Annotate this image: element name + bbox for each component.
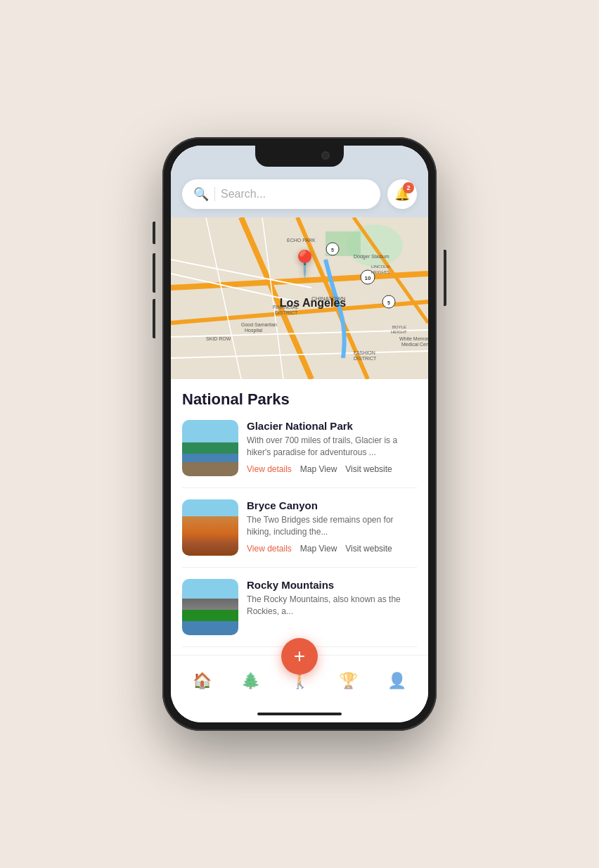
svg-text:5: 5 — [387, 300, 390, 305]
volume-down-button — [153, 299, 155, 338]
app-screen: 🔍 Search... 🔔 2 — [171, 146, 428, 722]
map-pin: 📍 — [289, 249, 321, 279]
section-title: National Parks — [182, 390, 417, 409]
search-bar[interactable]: 🔍 Search... — [182, 179, 380, 209]
svg-text:10: 10 — [365, 275, 371, 281]
park-desc-bryce: The Two Bridges side remains open for hi… — [247, 514, 417, 538]
svg-text:DISTRICT: DISTRICT — [354, 356, 377, 361]
search-divider — [214, 187, 215, 201]
svg-text:White Memorial: White Memorial — [399, 336, 428, 341]
notification-button[interactable]: 🔔 2 — [387, 179, 417, 209]
svg-text:HEIGHTS: HEIGHTS — [371, 270, 390, 274]
svg-text:CHINATOWN: CHINATOWN — [311, 295, 346, 302]
search-area: 🔍 Search... 🔔 2 — [171, 174, 428, 217]
park-info-rocky: Rocky Mountains The Rocky Mountains, als… — [247, 579, 417, 635]
park-item-bryce: Bryce Canyon The Two Bridges side remain… — [182, 499, 417, 568]
svg-text:DISTRICT: DISTRICT — [275, 310, 298, 315]
nav-profile[interactable]: 👤 — [373, 672, 421, 690]
home-bar — [257, 713, 342, 715]
svg-text:HEIGHT: HEIGHT — [391, 330, 407, 334]
svg-text:FASHION: FASHION — [354, 350, 375, 355]
park-info-glacier: Glacier National Park With over 700 mile… — [247, 420, 417, 476]
profile-icon: 👤 — [387, 672, 406, 690]
phone-screen: 🔍 Search... 🔔 2 — [171, 146, 428, 722]
content-area: National Parks Glacier National Park Wit… — [171, 379, 428, 655]
park-actions-bryce: View details Map View Visit website — [247, 544, 417, 554]
svg-text:Medical Center: Medical Center — [401, 342, 428, 347]
park-desc-glacier: With over 700 miles of trails, Glacier i… — [247, 435, 417, 459]
notch — [255, 146, 344, 167]
svg-text:ECHO PARK: ECHO PARK — [287, 238, 316, 243]
volume-up-button — [153, 253, 155, 293]
glacier-image — [182, 420, 238, 476]
map-view-bryce[interactable]: Map View — [300, 544, 337, 554]
park-name-glacier: Glacier National Park — [247, 420, 417, 432]
view-details-glacier[interactable]: View details — [247, 464, 292, 474]
plus-icon: + — [294, 645, 305, 668]
park-info-bryce: Bryce Canyon The Two Bridges side remain… — [247, 499, 417, 556]
trophy-icon: 🏆 — [339, 672, 358, 690]
svg-text:Good Samaritan: Good Samaritan — [241, 322, 277, 327]
search-placeholder: Search... — [221, 188, 369, 200]
fab-add-button[interactable]: + — [281, 638, 318, 675]
svg-text:FINANCIAL: FINANCIAL — [273, 305, 299, 309]
tree-icon: 🌲 — [241, 672, 260, 690]
park-thumbnail-glacier — [182, 420, 238, 476]
park-name-bryce: Bryce Canyon — [247, 499, 417, 511]
park-actions-glacier: View details Map View Visit website — [247, 464, 417, 474]
svg-text:Hospital: Hospital — [245, 328, 263, 333]
nav-home[interactable]: 🏠 — [178, 672, 226, 690]
visit-website-glacier[interactable]: Visit website — [345, 464, 392, 474]
nav-nature[interactable]: 🌲 — [226, 672, 275, 690]
park-item-glacier: Glacier National Park With over 700 mile… — [182, 420, 417, 488]
map-container[interactable]: 10 5 5 ECHO PARK Dodger Stadium LINCOLN … — [171, 217, 428, 379]
svg-text:LINCOLN: LINCOLN — [371, 264, 389, 269]
home-icon: 🏠 — [193, 672, 212, 690]
power-button — [444, 250, 446, 306]
bryce-image — [182, 499, 238, 556]
map-view-glacier[interactable]: Map View — [300, 464, 337, 474]
notification-badge: 2 — [403, 182, 414, 193]
park-desc-rocky: The Rocky Mountains, also known as the R… — [247, 594, 417, 618]
rocky-image — [182, 579, 238, 635]
svg-text:5: 5 — [331, 248, 334, 253]
map-svg: 10 5 5 ECHO PARK Dodger Stadium LINCOLN … — [171, 217, 428, 379]
svg-text:SKID ROW: SKID ROW — [206, 336, 231, 341]
park-thumbnail-rocky — [182, 579, 238, 635]
svg-text:Dodger Stadium: Dodger Stadium — [354, 254, 389, 260]
park-thumbnail-bryce — [182, 499, 238, 556]
visit-website-bryce[interactable]: Visit website — [345, 544, 392, 554]
front-camera — [321, 151, 330, 160]
nav-trophy[interactable]: 🏆 — [324, 672, 373, 690]
phone-frame: 🔍 Search... 🔔 2 — [162, 137, 437, 731]
park-item-rocky: Rocky Mountains The Rocky Mountains, als… — [182, 579, 417, 647]
park-name-rocky: Rocky Mountains — [247, 579, 417, 591]
volume-mute-button — [153, 222, 155, 244]
search-icon: 🔍 — [193, 186, 209, 202]
view-details-bryce[interactable]: View details — [247, 544, 292, 554]
svg-text:BOYLE: BOYLE — [392, 325, 406, 329]
home-indicator — [171, 706, 428, 722]
